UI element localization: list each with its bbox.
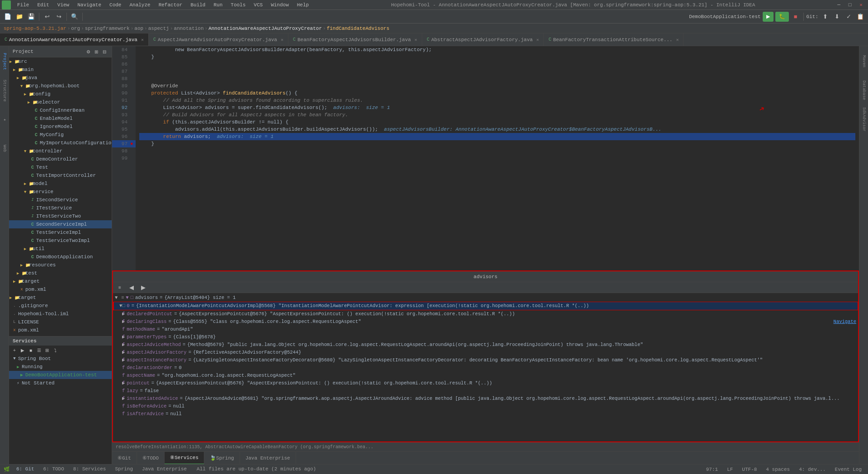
tree-pom-sub[interactable]: xpom.xml — [9, 285, 112, 294]
sidebar-collapse-btn[interactable]: ⊟ — [101, 48, 108, 55]
git-log-btn[interactable]: 📋 — [855, 12, 865, 22]
tree-test[interactable]: CTest — [9, 163, 112, 171]
stop-btn[interactable]: ■ — [791, 12, 801, 22]
menu-file[interactable]: File — [14, 1, 33, 9]
debug-summary-row[interactable]: ▼ ≡ ▼ □ advisors = {ArrayList@5404} size… — [113, 294, 858, 302]
git-push-btn[interactable]: ⬇ — [832, 12, 842, 22]
tree-democontroller[interactable]: CDemoController — [9, 155, 112, 163]
tree-iml[interactable]: .Hopehomi-Tool.iml — [9, 310, 112, 318]
tree-secondimpl[interactable]: CSecondServiceImpl — [9, 220, 112, 228]
status-indent[interactable]: 4 spaces — [763, 467, 793, 472]
bc-method[interactable]: findCandidateAdvisors — [327, 26, 390, 31]
git-commit-btn[interactable]: ✓ — [844, 12, 854, 22]
tab-close-2[interactable]: ✕ — [281, 37, 283, 43]
debug-row-method-name[interactable]: f methodName = "aroundApi" — [113, 326, 858, 333]
tab-annotation-aware[interactable]: C AnnotationAwareAspectJAutoProxyCreator… — [0, 33, 149, 46]
running-group[interactable]: ▶Running — [9, 363, 112, 371]
debug-row-declared-pointcut[interactable]: ▶ f declaredPointcut = {AspectExpression… — [113, 310, 858, 318]
tree-src[interactable]: ▶ 📁src — [9, 57, 112, 66]
tab-git[interactable]: ⑥ Git — [112, 452, 137, 465]
debug-row-0[interactable]: ▼ □ 0 = {InstantiationModelAwarePointcut… — [113, 302, 858, 310]
menu-build[interactable]: Build — [187, 1, 209, 9]
debug-row-declaring-class[interactable]: ▶ f declaringClass = {Class@5555} "class… — [113, 318, 858, 326]
tab-aspectj-aware[interactable]: C AspectJAwareAdvisorAutoProxyCreator.ja… — [149, 33, 288, 46]
spring-boot-group[interactable]: ▼Spring Boot — [9, 355, 112, 363]
tab-bean-factory-tx[interactable]: C BeanFactoryTransactionAttributeSource.… — [544, 33, 684, 46]
menu-tools[interactable]: Tools — [227, 1, 249, 9]
save-btn[interactable]: 💾 — [26, 12, 36, 22]
debug-row-is-after[interactable]: f isAfterAdvice = null — [113, 410, 858, 418]
status-encoding[interactable]: UTF-8 — [739, 467, 760, 472]
minimize-btn[interactable]: ─ — [834, 1, 844, 9]
tab-todo[interactable]: ⑥ TODO — [137, 452, 165, 465]
status-position[interactable]: 97:1 — [703, 467, 721, 472]
tree-myconfig[interactable]: CMyConfig — [9, 131, 112, 139]
undo-btn[interactable]: ↩ — [42, 12, 52, 22]
search-btn[interactable]: 🔍 — [70, 12, 80, 22]
not-started-group[interactable]: ⚡Not Started — [9, 379, 112, 387]
bc-org[interactable]: org — [71, 26, 80, 31]
sidebar-gear-btn[interactable]: ⚙ — [85, 48, 92, 55]
debug-row-advisor-factory[interactable]: ▶ f aspectJAdvisorFactory = {ReflectiveA… — [113, 349, 858, 356]
tab-close-4[interactable]: ✕ — [536, 37, 539, 43]
status-spring-label[interactable]: Spring — [112, 466, 136, 472]
debug-row-param-types[interactable]: ▶ f parameterTypes = {Class[1]@5678} — [113, 333, 858, 341]
status-java-label[interactable]: Java Enterprise — [139, 466, 189, 472]
demoboot-service[interactable]: ▶DemoBootApplication-test — [9, 371, 112, 379]
advisor-side-btn[interactable]: SdkAdvisor — [859, 106, 868, 133]
bc-annotation[interactable]: annotation — [174, 26, 204, 31]
services-group-btn[interactable]: ⊞ — [43, 346, 51, 354]
tree-main[interactable]: ▶ 📁main — [9, 66, 112, 74]
menu-vcs[interactable]: VCS — [250, 1, 266, 9]
debug-row-declaration-order[interactable]: f declarationOrder = 0 — [113, 364, 858, 372]
tree-enablemodel[interactable]: CEnableModel — [9, 114, 112, 123]
tree-java[interactable]: ▶ 📁java — [9, 74, 112, 82]
bc-jar[interactable]: spring-aop-5.3.21.jar — [4, 26, 66, 31]
debug-row-lazy[interactable]: f lazy = false — [113, 387, 858, 395]
bc-aop[interactable]: aop — [134, 26, 143, 31]
menu-edit[interactable]: Edit — [33, 1, 52, 9]
tree-controller[interactable]: ▼ 📁controller — [9, 147, 112, 155]
tab-abstract-aspectj[interactable]: C AbstractAspectJAdvisorFactory.java ✕ — [422, 33, 544, 46]
tab-close-3[interactable]: ✕ — [415, 37, 417, 43]
tree-config[interactable]: ▶ 📁config — [9, 90, 112, 98]
menu-run[interactable]: Run — [210, 1, 226, 9]
close-btn[interactable]: ✕ — [856, 1, 866, 9]
tab-close-1[interactable]: ✕ — [141, 37, 144, 43]
debug-row-instance-factory[interactable]: ▶ f aspectInstanceFactory = {LazySinglet… — [113, 356, 858, 364]
menu-navigate[interactable]: Navigate — [74, 1, 105, 9]
tree-itesttwo[interactable]: IITestServiceTwo — [9, 212, 112, 220]
web-side-btn[interactable]: Web — [0, 135, 9, 162]
tree-target[interactable]: ▶ 📁target — [9, 294, 112, 302]
services-run-btn[interactable]: ▶ — [19, 346, 26, 354]
maximize-btn[interactable]: □ — [845, 1, 855, 9]
tree-itest[interactable]: IITestService — [9, 204, 112, 212]
status-lf[interactable]: LF — [724, 467, 736, 472]
tab-services[interactable]: ⑧ Services — [165, 452, 204, 465]
favorites-side-btn[interactable]: ★ — [0, 106, 9, 133]
redo-btn[interactable]: ↪ — [54, 12, 64, 22]
menu-view[interactable]: View — [54, 1, 73, 9]
tab-close-5[interactable]: ✕ — [676, 37, 679, 43]
tree-configinner[interactable]: CConfigInnerBean — [9, 106, 112, 114]
services-add-btn[interactable]: + — [11, 346, 18, 354]
tab-spring[interactable]: 🍃 Spring — [204, 452, 240, 465]
tree-testimport[interactable]: CTestImportController — [9, 171, 112, 180]
tree-isecond[interactable]: IISecondService — [9, 196, 112, 204]
services-filter-btn[interactable]: ☰ — [35, 346, 42, 354]
run-btn[interactable]: ▶ — [763, 12, 774, 22]
status-git-label[interactable]: 6: Git — [14, 466, 37, 472]
menu-code[interactable]: Code — [106, 1, 125, 9]
bc-class[interactable]: AnnotationAwareAspectJAutoProxyCreator — [208, 26, 322, 31]
structure-side-btn[interactable]: Structure — [0, 77, 9, 104]
menu-analyze[interactable]: Analyze — [126, 1, 154, 9]
tree-resources[interactable]: ▶ 📁resources — [9, 261, 112, 269]
navigate-link[interactable]: Navigate — [834, 318, 856, 325]
git-update-btn[interactable]: ⬆ — [820, 12, 830, 22]
status-branch[interactable]: 4: dev... — [796, 467, 828, 472]
debug-next-btn[interactable]: ▶ — [138, 283, 148, 293]
sidebar-expand-btn[interactable]: ⊞ — [93, 48, 100, 55]
open-btn[interactable]: 📁 — [14, 12, 24, 22]
new-file-btn[interactable]: 📄 — [3, 12, 13, 22]
code-editor[interactable]: new BeanFactoryAspectJAdvisorsBuilderAda… — [136, 46, 859, 270]
